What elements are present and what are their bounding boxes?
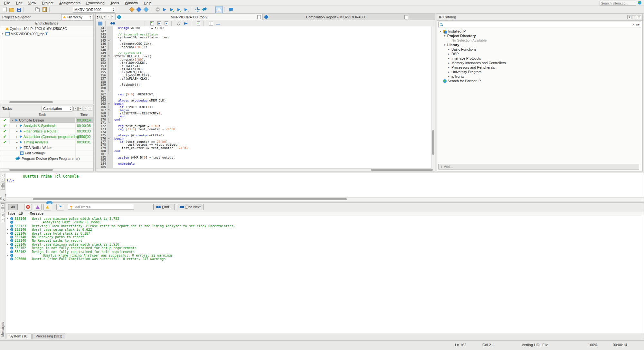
ip-catalog-close-icon[interactable]: × (637, 15, 641, 19)
assignment-editor-icon[interactable] (121, 6, 128, 13)
editor-settings-icon[interactable] (97, 21, 103, 26)
message-row[interactable]: 332123Deriving Clock Uncertainty. Please… (5, 224, 644, 228)
filter-warnings-button[interactable]: 103 (43, 204, 51, 210)
expander-icon[interactable]: ▸ (7, 232, 8, 235)
redo-icon[interactable] (60, 6, 67, 13)
tasks-hscroll-thumb[interactable] (9, 169, 53, 171)
new-file-icon[interactable] (1, 6, 8, 13)
ip-tree-item[interactable]: ▸Memory Interfaces and Controllers (437, 61, 642, 65)
menu-window[interactable]: Window (122, 1, 141, 5)
tasks-mode-combo[interactable]: Compilation ▲▼ (42, 106, 72, 112)
ip-tree-item[interactable]: ▾Project Directory (437, 34, 642, 38)
navigator-mode-combo[interactable]: Hierarchy ▲▼ (61, 14, 92, 20)
navigator-close-icon[interactable]: × (111, 15, 114, 19)
ip-tree-item[interactable]: ▸ipTronix (437, 74, 642, 79)
expander-icon[interactable]: ▸ (447, 62, 450, 64)
task-row[interactable]: ✔▸Fitter (Place & Route)00:00:03 (0, 129, 93, 134)
menu-view[interactable]: View (25, 1, 39, 5)
combo-spinner-icon[interactable]: ▲▼ (70, 107, 71, 111)
analysis-synthesis-icon[interactable] (128, 6, 135, 13)
undo-icon[interactable] (53, 6, 60, 13)
task-row[interactable]: ▸EDA Netlist Writer (0, 145, 93, 151)
tasks-close-icon[interactable]: × (88, 107, 92, 111)
message-filter-input[interactable] (74, 205, 132, 209)
message-row[interactable]: ▸Quartus Prime Timing Analyzer was succe… (5, 254, 644, 257)
tasks-float-icon[interactable]: ▫ (83, 107, 87, 111)
project-combo[interactable]: MKRVIDOR4000▲▼ (73, 7, 115, 13)
start-compilation-icon[interactable] (161, 6, 168, 13)
stop-processing-icon[interactable] (154, 6, 161, 13)
navigator-pin-icon[interactable]: ⊕ (103, 15, 106, 19)
split-columns-icon[interactable] (208, 21, 214, 26)
task-row[interactable]: ✔▸Timing Analysis00:00:01 (0, 140, 93, 145)
message-row[interactable]: 332140No Removal paths to report (5, 239, 644, 242)
message-row[interactable]: 293000Quartus Prime Full Compilation was… (5, 257, 644, 261)
filter-all-button[interactable]: All (8, 204, 18, 210)
fitter-icon[interactable] (136, 6, 142, 13)
expander-icon[interactable]: ▸ (1, 32, 5, 35)
attach-icon[interactable] (176, 21, 182, 26)
filter-flagged-button[interactable] (56, 204, 64, 210)
paste-icon[interactable] (41, 6, 48, 13)
expander-icon[interactable]: ▸ (15, 146, 19, 149)
menu-assignments[interactable]: Assignments (56, 1, 83, 5)
editor-vscroll-thumb[interactable] (432, 130, 434, 155)
combo-spinner-icon[interactable]: ▲▼ (90, 15, 91, 19)
programmer-icon[interactable] (201, 6, 208, 13)
replace-icon[interactable] (117, 21, 123, 26)
increase-indent-icon[interactable] (129, 21, 135, 26)
tasks-list-icon[interactable]: ≡ (73, 107, 78, 111)
expander-icon[interactable]: ▸ (15, 135, 19, 138)
tcl-console-icon[interactable] (228, 6, 234, 13)
menu-tools[interactable]: Tools (108, 1, 122, 5)
tcl-help-icon[interactable]: ? (1, 186, 5, 190)
ip-tree-item[interactable]: ▾Library (437, 43, 642, 47)
message-row[interactable]: 332140No Recovery paths to report (5, 235, 644, 239)
messages-list-icon[interactable]: ≡ (1, 218, 5, 222)
tcl-prompt[interactable]: tcl> (7, 179, 14, 182)
message-row[interactable]: ▸332146Worst-case minimum pulse width sl… (5, 243, 644, 246)
messages-pin-icon[interactable]: ⊕ (1, 213, 5, 217)
expander-icon[interactable]: ▸ (447, 53, 450, 55)
task-row[interactable]: Edit Settings (0, 151, 93, 156)
message-row[interactable]: Analyzing Fast 1200mV 0C Model (5, 220, 644, 224)
message-filter-box[interactable] (68, 204, 134, 210)
ip-catalog-float-icon[interactable]: ▫ (632, 15, 636, 19)
ip-tree-item[interactable]: ▸Processors and Peripherals (437, 65, 642, 70)
netlist-viewer-icon[interactable] (208, 6, 215, 13)
expander-icon[interactable]: ▸ (7, 254, 8, 257)
message-row[interactable]: ▸332146Worst-case setup slack is 6.622 (5, 228, 644, 231)
task-row[interactable]: ✔▸Analysis & Synthesis00:00:08 (0, 123, 93, 129)
open-file-icon[interactable] (8, 6, 15, 13)
ip-catalog-pin-icon[interactable]: ⊕ (627, 15, 631, 19)
editor-tab[interactable]: Compilation Report - MKRVIDOR4000 (263, 14, 410, 20)
navigator-float-icon[interactable]: ▫ (107, 15, 110, 19)
expander-icon[interactable]: ▸ (7, 217, 8, 220)
expander-icon[interactable]: ▸ (447, 48, 450, 51)
message-row[interactable]: 332102Design is not fully constrained fo… (5, 250, 644, 254)
task-row[interactable]: ✔▾Compile Design00:00:14 (0, 118, 93, 123)
navigator-search-icon[interactable] (99, 16, 102, 18)
task-row[interactable]: Program Device (Open Programmer) (0, 156, 93, 161)
filter-errors-button[interactable]: × (24, 204, 32, 210)
tcl-float-icon[interactable]: ▫ (1, 178, 5, 181)
expander-icon[interactable]: ▸ (15, 141, 19, 144)
find-button[interactable]: Find... (153, 204, 175, 210)
expander-icon[interactable]: ▾ (443, 44, 446, 46)
comment-icon[interactable] (183, 21, 189, 26)
add-ip-button[interactable]: + Add... (438, 164, 639, 170)
tab-page-icon[interactable] (404, 15, 408, 19)
analyze-file-icon[interactable] (195, 21, 201, 26)
tcl-hscroll-thumb[interactable] (33, 198, 347, 200)
entity-row[interactable]: Cyclone 10 LP: 10CL016YU256C8G (0, 26, 93, 31)
clear-search-icon[interactable]: ✕ (632, 23, 635, 26)
menu-edit[interactable]: Edit (13, 1, 25, 5)
messages-float-icon[interactable]: ▫ (1, 208, 5, 212)
ip-tree-item[interactable]: ▸DSP (437, 52, 642, 56)
toggle-bookmark-icon[interactable] (149, 21, 155, 26)
expander-icon[interactable]: ▸ (447, 75, 450, 78)
cut-icon[interactable] (27, 6, 34, 13)
tcl-close-icon[interactable]: × (1, 174, 5, 177)
find-next-button[interactable]: Find Next (177, 204, 204, 210)
expander-icon[interactable]: ▸ (447, 57, 450, 60)
